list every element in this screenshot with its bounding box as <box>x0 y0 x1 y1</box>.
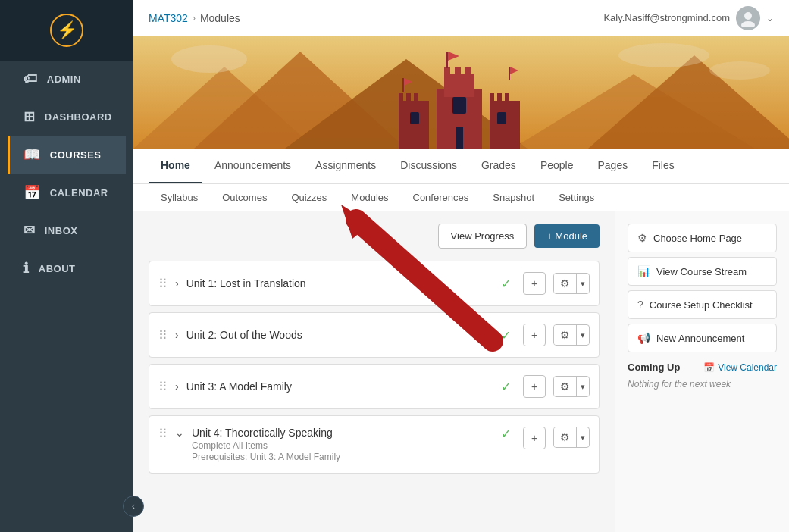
module-gear-button[interactable]: ⚙ ▾ <box>553 273 590 294</box>
view-progress-button[interactable]: View Progress <box>438 224 528 249</box>
tab2-modules[interactable]: Modules <box>339 184 400 211</box>
tab-announcements[interactable]: Announcements <box>202 149 303 183</box>
module-add-button[interactable]: + <box>523 427 546 449</box>
gear-icon[interactable]: ⚙ <box>554 274 577 293</box>
svg-point-32 <box>618 43 709 67</box>
breadcrumb-course[interactable]: MAT302 <box>149 12 188 24</box>
tab2-conferences[interactable]: Conferences <box>401 184 481 211</box>
sidebar-item-calendar[interactable]: 📅 CALENDAR <box>8 174 126 211</box>
module-status-icon: ✓ <box>501 427 511 441</box>
module-header: ⠿ ⌄ Unit 4: Theoretically Speaking Compl… <box>149 416 599 473</box>
sidebar-item-admin[interactable]: 🏷 ADMIN <box>8 61 126 98</box>
tab-pages[interactable]: Pages <box>585 149 640 183</box>
view-stream-button[interactable]: 📊 View Course Stream <box>628 257 777 286</box>
module-status-icon: ✓ <box>501 328 511 343</box>
new-announcement-label: New Announcement <box>656 333 744 344</box>
module-gear-button[interactable]: ⚙ ▾ <box>553 376 590 397</box>
sidebar-item-about[interactable]: ℹ ABOUT <box>8 249 126 287</box>
modules-toolbar: View Progress + Module <box>149 224 600 249</box>
module-title: Unit 4: Theoretically Speaking <box>192 427 493 439</box>
sidebar-item-courses[interactable]: 📖 COURSES <box>8 136 126 174</box>
svg-rect-12 <box>444 67 450 78</box>
new-announcement-button[interactable]: 📢 New Announcement <box>628 324 777 352</box>
module-gear-button[interactable]: ⚙ ▾ <box>553 427 590 448</box>
chevron-down-icon: ⌄ <box>766 13 774 23</box>
gear-dropdown-arrow[interactable]: ▾ <box>577 378 589 396</box>
tab-discussions[interactable]: Discussions <box>388 149 469 183</box>
secondary-nav-tabs: SyllabusOutcomesQuizzesModulesConference… <box>133 184 789 211</box>
choose-home-label: Choose Home Page <box>653 233 742 244</box>
module-add-button[interactable]: + <box>523 272 546 295</box>
drag-handle-icon[interactable]: ⠿ <box>158 277 168 291</box>
svg-rect-25 <box>399 93 403 102</box>
setup-checklist-label: Course Setup Checklist <box>650 299 753 311</box>
module-prereq-label: Prerequisites: Unit 3: A Model Family <box>192 452 493 462</box>
content-area: View Progress + Module ⠿ › Unit 1: Lost … <box>133 211 789 532</box>
setup-checklist-button[interactable]: ? Course Setup Checklist <box>628 290 777 319</box>
drag-handle-icon[interactable]: ⠿ <box>158 328 168 343</box>
sidebar-item-dashboard[interactable]: ⊞ DASHBOARD <box>8 98 126 136</box>
svg-rect-19 <box>402 78 404 92</box>
tab-people[interactable]: People <box>528 149 586 183</box>
gear-dropdown-arrow[interactable]: ▾ <box>577 429 589 446</box>
expand-icon[interactable]: › <box>175 380 179 393</box>
modules-section: View Progress + Module ⠿ › Unit 1: Lost … <box>133 211 615 532</box>
main-content: MAT302 › Modules Kaly.Nasiff@strongmind.… <box>133 0 789 532</box>
gear-icon[interactable]: ⚙ <box>554 325 577 345</box>
add-module-button[interactable]: + Module <box>534 224 600 248</box>
about-icon: ℹ <box>23 260 30 277</box>
logo-icon: ⚡ <box>50 14 83 47</box>
coming-up-section: Coming Up 📅 View Calendar Nothing for th… <box>628 361 777 390</box>
tab2-outcomes[interactable]: Outcomes <box>210 184 279 211</box>
announcement-icon: 📢 <box>637 332 650 344</box>
module-status-icon: ✓ <box>501 277 511 291</box>
tab-files[interactable]: Files <box>640 149 687 183</box>
module-gear-button[interactable]: ⚙ ▾ <box>553 324 590 346</box>
expand-icon[interactable]: › <box>175 277 179 289</box>
svg-point-31 <box>171 45 247 73</box>
user-area[interactable]: Kaly.Nasiff@strongmind.com ⌄ <box>603 6 774 30</box>
avatar <box>736 6 760 30</box>
coming-up-title: Coming Up <box>628 361 680 373</box>
primary-nav-tabs: HomeAnnouncementsAssignmentsDiscussionsG… <box>133 149 789 184</box>
svg-rect-21 <box>452 97 466 114</box>
module-info: Unit 4: Theoretically Speaking Complete … <box>192 427 493 462</box>
drag-handle-icon[interactable]: ⠿ <box>158 427 168 441</box>
dashboard-icon: ⊞ <box>23 108 36 125</box>
sidebar-label-admin: ADMIN <box>47 74 81 85</box>
gear-dropdown-arrow[interactable]: ▾ <box>577 275 589 293</box>
svg-rect-23 <box>497 112 506 124</box>
module-row: ⠿ ⌄ Unit 4: Theoretically Speaking Compl… <box>149 415 600 474</box>
svg-rect-28 <box>490 93 494 102</box>
tab-home[interactable]: Home <box>149 149 202 183</box>
module-title: Unit 3: A Model Family <box>186 380 493 393</box>
drag-handle-icon[interactable]: ⠿ <box>158 380 168 394</box>
module-row: ⠿ › Unit 1: Lost in Translation ✓ + ⚙ ▾ <box>149 261 600 306</box>
svg-rect-22 <box>410 112 419 124</box>
expand-icon[interactable]: ⌄ <box>175 427 184 439</box>
tab2-snapshot[interactable]: Snapshot <box>481 184 546 211</box>
sidebar-label-calendar: CALENDAR <box>50 187 108 199</box>
module-title: Unit 2: Out of the Woods <box>186 329 493 341</box>
tab2-syllabus[interactable]: Syllabus <box>149 184 210 211</box>
module-add-button[interactable]: + <box>523 375 546 398</box>
tab-assignments[interactable]: Assignments <box>303 149 388 183</box>
right-panel: ⚙ Choose Home Page 📊 View Course Stream … <box>615 211 789 532</box>
svg-rect-15 <box>446 52 448 68</box>
coming-up-empty-text: Nothing for the next week <box>628 379 777 390</box>
choose-home-button[interactable]: ⚙ Choose Home Page <box>628 224 777 252</box>
sidebar-collapse-button[interactable]: ‹ <box>123 496 144 517</box>
tab-grades[interactable]: Grades <box>469 149 528 183</box>
courses-icon: 📖 <box>23 146 41 163</box>
module-status-icon: ✓ <box>501 380 511 394</box>
gear-dropdown-arrow[interactable]: ▾ <box>577 327 589 344</box>
tab2-settings[interactable]: Settings <box>546 184 606 211</box>
sidebar-item-inbox[interactable]: ✉ INBOX <box>8 211 126 249</box>
tab2-quizzes[interactable]: Quizzes <box>279 184 339 211</box>
module-add-button[interactable]: + <box>523 324 546 346</box>
view-calendar-link[interactable]: 📅 View Calendar <box>703 362 777 373</box>
gear-icon[interactable]: ⚙ <box>554 377 577 396</box>
gear-icon[interactable]: ⚙ <box>554 427 577 447</box>
inbox-icon: ✉ <box>23 222 36 239</box>
expand-icon[interactable]: › <box>175 329 179 341</box>
